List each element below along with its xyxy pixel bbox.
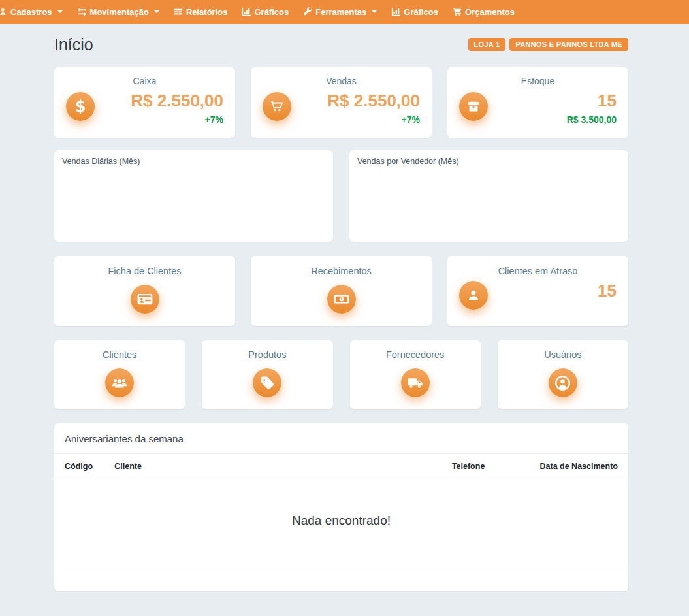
- shortcut-title: Ficha de Clientes: [54, 266, 235, 276]
- nav-item-ferramentas[interactable]: Ferramentas: [296, 0, 384, 24]
- column-header-data-nascimento: Data de Nascimento: [529, 462, 618, 471]
- caret-down-icon: [372, 10, 377, 13]
- module-title: Clientes: [54, 349, 185, 360]
- shortcut-clientes-em-atraso[interactable]: Clientes em Atraso 15: [447, 256, 628, 326]
- box-icon: [459, 92, 488, 121]
- stats-row: Caixa $ R$ 2.550,00 +7% Vendas R$ 2.550,…: [54, 67, 628, 138]
- column-header-telefone: Telefone: [452, 462, 530, 471]
- nav-label: Orçamentos: [465, 7, 515, 17]
- shortcuts-row: Ficha de Clientes Recebimentos 1 Cliente…: [54, 256, 628, 326]
- nav-label: Ferramentas: [315, 7, 366, 17]
- chart-vendas-por-vendedor: Vendas por Vendedor (Mês): [349, 150, 628, 242]
- charts-row: Vendas Diárias (Mês) Vendas por Vendedor…: [54, 150, 628, 242]
- nav-item-movimentacao[interactable]: Movimentação: [70, 0, 167, 24]
- exchange-icon: [77, 7, 87, 17]
- chart-vendas-diarias: Vendas Diárias (Mês): [54, 150, 333, 242]
- nav-item-cadastros[interactable]: Cadastros: [0, 0, 70, 24]
- company-badge: PANNOS E PANNOS LTDA ME: [509, 38, 628, 51]
- shortcut-title: Recebimentos: [251, 266, 432, 276]
- nav-item-graficos-2[interactable]: Gráficos: [384, 0, 445, 24]
- birthdays-title: Aniversariantes da semana: [54, 423, 628, 453]
- wrench-icon: [303, 7, 312, 16]
- column-header-cliente: Cliente: [114, 462, 452, 471]
- page-title: Início: [54, 35, 93, 54]
- stat-title: Estoque: [459, 76, 617, 86]
- birthdays-panel: Aniversariantes da semana Código Cliente…: [54, 423, 628, 591]
- nav-item-graficos-1[interactable]: Gráficos: [234, 0, 296, 24]
- shortcut-title: Clientes em Atraso: [447, 266, 628, 276]
- birthdays-panel-footer: [54, 566, 628, 579]
- cart-icon: [453, 7, 462, 16]
- stat-card-caixa[interactable]: Caixa $ R$ 2.550,00 +7%: [54, 67, 235, 138]
- modules-row: Clientes Produtos Fornecedores Usuários: [54, 340, 628, 409]
- birthdays-table-header: Código Cliente Telefone Data de Nascimen…: [54, 454, 628, 479]
- nav-item-relatorios[interactable]: Relatórios: [167, 0, 235, 24]
- chart-title: Vendas por Vendedor (Mês): [357, 157, 620, 166]
- shopping-cart-icon: [263, 92, 291, 121]
- nav-label: Cadastros: [10, 7, 52, 17]
- id-card-icon: [131, 285, 159, 314]
- shortcut-recebimentos[interactable]: Recebimentos 1: [251, 256, 432, 326]
- dashboard-page: Início LOJA 1 PANNOS E PANNOS LTDA ME Ca…: [0, 24, 689, 591]
- module-title: Produtos: [202, 349, 332, 360]
- module-produtos[interactable]: Produtos: [202, 340, 332, 409]
- stat-title: Caixa: [66, 76, 223, 86]
- user-circle-icon: [549, 368, 577, 397]
- bar-chart-icon: [242, 7, 251, 16]
- store-badge: LOJA 1: [468, 38, 506, 51]
- page-header: Início LOJA 1 PANNOS E PANNOS LTDA ME: [54, 33, 628, 56]
- caret-down-icon: [154, 10, 159, 13]
- table-icon: [174, 7, 183, 16]
- user-icon: [459, 281, 488, 310]
- nav-item-orcamentos[interactable]: Orçamentos: [445, 0, 522, 24]
- tag-icon: [253, 368, 281, 397]
- column-header-codigo: Código: [65, 462, 114, 471]
- bar-chart-icon: [391, 7, 400, 16]
- shortcut-ficha-de-clientes[interactable]: Ficha de Clientes: [54, 256, 235, 326]
- nav-label: Relatórios: [186, 7, 228, 17]
- module-usuarios[interactable]: Usuários: [498, 340, 628, 409]
- chart-title: Vendas Diárias (Mês): [62, 157, 325, 166]
- user-plus-icon: [0, 7, 7, 16]
- nav-label: Gráficos: [404, 7, 438, 17]
- stat-card-vendas[interactable]: Vendas R$ 2.550,00 +7%: [251, 67, 432, 138]
- module-title: Usuários: [498, 349, 628, 360]
- truck-icon: [401, 368, 430, 397]
- caret-down-icon: [57, 10, 63, 13]
- top-navbar: Cadastros Movimentação Relatórios Gráfic…: [0, 0, 689, 24]
- money-bill-icon: 1: [327, 285, 356, 314]
- module-clientes[interactable]: Clientes: [54, 340, 185, 409]
- overdue-count: 15: [598, 281, 617, 301]
- header-badges: LOJA 1 PANNOS E PANNOS LTDA ME: [468, 38, 628, 51]
- stat-card-estoque[interactable]: Estoque 15 R$ 3.500,00: [447, 67, 628, 138]
- module-title: Fornecedores: [350, 349, 481, 360]
- dollar-icon: $: [66, 92, 95, 121]
- nav-label: Gráficos: [254, 7, 289, 17]
- empty-state-message: Nada encontrado!: [54, 479, 628, 566]
- nav-label: Movimentação: [90, 7, 149, 17]
- module-fornecedores[interactable]: Fornecedores: [350, 340, 481, 409]
- stat-title: Vendas: [263, 76, 420, 86]
- users-icon: [105, 368, 134, 397]
- svg-text:1: 1: [340, 297, 343, 302]
